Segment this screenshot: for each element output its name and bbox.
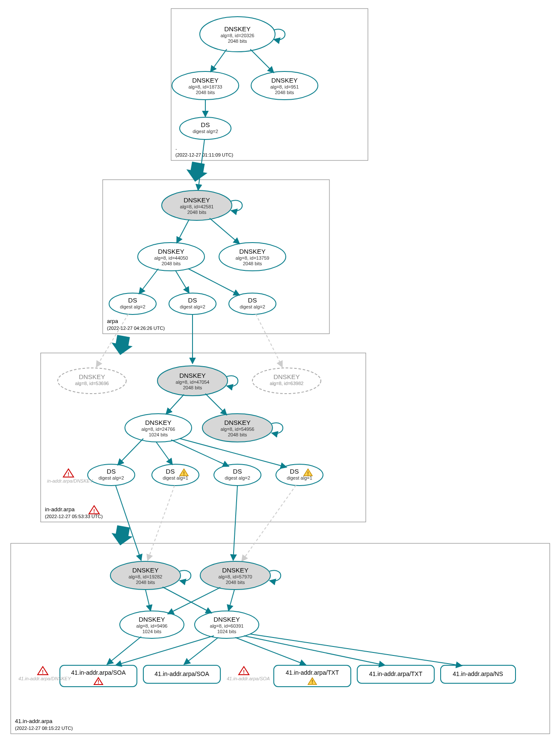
svg-text:2048 bits: 2048 bits [196, 90, 215, 95]
node-rr-txt2: 41.in-addr.arpa/TXT [357, 665, 434, 683]
svg-text:DS: DS [248, 296, 257, 304]
svg-text:!: ! [311, 679, 313, 685]
svg-text:alg=8, id=54956: alg=8, id=54956 [221, 427, 255, 432]
svg-text:DNSKEY: DNSKEY [139, 616, 165, 623]
svg-text:!: ! [307, 471, 309, 477]
node-41-k4: DNSKEY alg=8, id=60391 1024 bits [195, 611, 259, 638]
svg-text:DNSKEY: DNSKEY [184, 196, 210, 204]
node-arpa-ds3: DS digest alg=2 [229, 293, 276, 314]
svg-text:DNSKEY: DNSKEY [145, 419, 172, 426]
node-root-zsk1: DNSKEY alg=8, id=18733 2048 bits [172, 71, 239, 100]
node-inaddr-ghost1: DNSKEY alg=8, id=53696 [58, 368, 126, 394]
svg-text:2048 bits: 2048 bits [187, 210, 207, 215]
svg-text:alg=8, id=20326: alg=8, id=20326 [221, 33, 255, 38]
svg-text:DNSKEY: DNSKEY [179, 372, 206, 379]
svg-text:alg=8, id=44050: alg=8, id=44050 [154, 255, 188, 261]
node-inaddr-ghost2: DNSKEY alg=8, id=63982 [252, 368, 321, 394]
svg-text:1024 bits: 1024 bits [149, 432, 168, 437]
node-rr-soa1: 41.in-addr.arpa/SOA ! [60, 665, 137, 687]
node-rr-soa2: 41.in-addr.arpa/SOA [143, 665, 220, 683]
dnssec-graph: . (2022-12-27 01:11:09 UTC) arpa (2022-1… [0, 0, 560, 753]
svg-text:1024 bits: 1024 bits [142, 629, 162, 634]
svg-text:alg=8, id=47054: alg=8, id=47054 [176, 379, 210, 385]
svg-text:digest alg=2: digest alg=2 [193, 129, 218, 134]
node-inaddr-ds1: DS digest alg=2 [88, 464, 135, 486]
node-root-zsk2: DNSKEY alg=8, id=951 2048 bits [251, 71, 318, 100]
svg-text:DNSKEY: DNSKEY [224, 419, 251, 426]
svg-text:DNSKEY: DNSKEY [271, 77, 298, 84]
svg-text:DNSKEY: DNSKEY [239, 248, 266, 255]
svg-text:!: ! [68, 471, 69, 477]
node-arpa-ds1: DS digest alg=2 [109, 293, 156, 314]
ghost-41-soa: 41.in-addr.arpa/SOA [227, 676, 270, 681]
node-inaddr-ds3: DS digest alg=2 [214, 464, 261, 486]
error-icon: ! [38, 667, 48, 675]
svg-text:alg=8, id=60391: alg=8, id=60391 [210, 623, 244, 628]
svg-text:41.in-addr.arpa/TXT: 41.in-addr.arpa/TXT [286, 669, 339, 676]
zone-root-ts: (2022-12-27 01:11:09 UTC) [175, 152, 233, 157]
svg-text:DS: DS [201, 121, 210, 128]
node-inaddr-ksk2: DNSKEY alg=8, id=54956 2048 bits [202, 414, 273, 442]
svg-text:DNSKEY: DNSKEY [79, 373, 105, 380]
svg-text:41.in-addr.arpa/SOA: 41.in-addr.arpa/SOA [154, 670, 209, 677]
zone-41-ts: (2022-12-27 08:15:22 UTC) [15, 726, 73, 731]
svg-text:1024 bits: 1024 bits [217, 629, 237, 634]
zone-arpa-name: arpa [107, 318, 119, 324]
zone-arpa-ts: (2022-12-27 04:26:26 UTC) [107, 326, 165, 331]
svg-point-64 [276, 464, 323, 486]
svg-text:DNSKEY: DNSKEY [224, 25, 251, 33]
svg-text:2048 bits: 2048 bits [243, 261, 262, 266]
svg-text:DS: DS [233, 468, 242, 475]
svg-text:DNSKEY: DNSKEY [213, 616, 240, 623]
svg-text:!: ! [243, 669, 245, 675]
zone-inaddr-name: in-addr.arpa [45, 506, 75, 513]
svg-text:alg=8, id=53696: alg=8, id=53696 [75, 381, 109, 386]
svg-text:DNSKEY: DNSKEY [192, 77, 219, 84]
error-icon: ! [63, 469, 74, 477]
node-41-k1: DNSKEY alg=8, id=19282 2048 bits [110, 561, 181, 590]
svg-text:!: ! [183, 471, 185, 477]
svg-text:41.in-addr.arpa/SOA: 41.in-addr.arpa/SOA [71, 669, 126, 676]
svg-text:DNSKEY: DNSKEY [158, 248, 184, 255]
svg-text:DNSKEY: DNSKEY [222, 566, 249, 574]
svg-text:DS: DS [188, 296, 197, 304]
svg-text:2048 bits: 2048 bits [136, 580, 155, 585]
node-inaddr-ksk: DNSKEY alg=8, id=47054 2048 bits [157, 366, 228, 396]
zone-inaddr-ts: (2022-12-27 05:53:33 UTC) [45, 514, 103, 519]
svg-text:2048 bits: 2048 bits [162, 261, 181, 266]
zone-arrow-root-arpa [184, 161, 209, 184]
svg-text:DS: DS [166, 468, 175, 475]
svg-text:41.in-addr.arpa/NS: 41.in-addr.arpa/NS [453, 670, 503, 677]
svg-text:2048 bits: 2048 bits [275, 90, 294, 95]
node-arpa-zsk1: DNSKEY alg=8, id=44050 2048 bits [138, 243, 204, 271]
svg-text:2048 bits: 2048 bits [228, 39, 247, 44]
svg-point-13 [180, 117, 231, 139]
svg-text:2048 bits: 2048 bits [228, 432, 247, 437]
node-root-ksk: DNSKEY alg=8, id=20326 2048 bits [200, 17, 275, 52]
error-icon: ! [89, 506, 99, 514]
node-arpa-ds2: DS digest alg=2 [169, 293, 216, 314]
ghost-inaddr-dnskey: in-addr.arpa/DNSKEY [47, 478, 93, 483]
node-arpa-ksk: DNSKEY alg=8, id=42581 2048 bits [162, 190, 232, 220]
node-inaddr-ds2: DS digest alg=1 [152, 464, 199, 486]
svg-text:DS: DS [290, 468, 299, 475]
svg-text:!: ! [98, 679, 99, 685]
svg-text:alg=8, id=63982: alg=8, id=63982 [270, 381, 304, 386]
svg-text:alg=8, id=24766: alg=8, id=24766 [142, 427, 175, 432]
node-inaddr-zsk: DNSKEY alg=8, id=24766 1024 bits [125, 414, 192, 442]
svg-text:alg=8, id=18733: alg=8, id=18733 [189, 84, 222, 89]
svg-text:DS: DS [128, 296, 137, 304]
node-inaddr-ds4: DS digest alg=1 [276, 464, 323, 486]
node-41-k2: DNSKEY alg=8, id=57970 2048 bits [200, 561, 270, 590]
node-root-ds: DS digest alg=2 [180, 117, 231, 139]
svg-text:alg=8, id=13759: alg=8, id=13759 [236, 255, 270, 261]
node-arpa-zsk2: DNSKEY alg=8, id=13759 2048 bits [219, 243, 286, 271]
node-rr-txt1: 41.in-addr.arpa/TXT ! [274, 665, 351, 687]
svg-text:alg=8, id=19282: alg=8, id=19282 [129, 574, 163, 579]
svg-text:alg=8, id=951: alg=8, id=951 [270, 84, 299, 89]
svg-text:!: ! [93, 508, 95, 514]
svg-text:digest alg=2: digest alg=2 [120, 304, 145, 309]
svg-text:digest alg=2: digest alg=2 [225, 475, 250, 480]
zone-arrow-arpa-inaddr [110, 334, 134, 357]
ghost-41-dnskey: 41.in-addr.arpa/DNSKEY [18, 676, 71, 681]
